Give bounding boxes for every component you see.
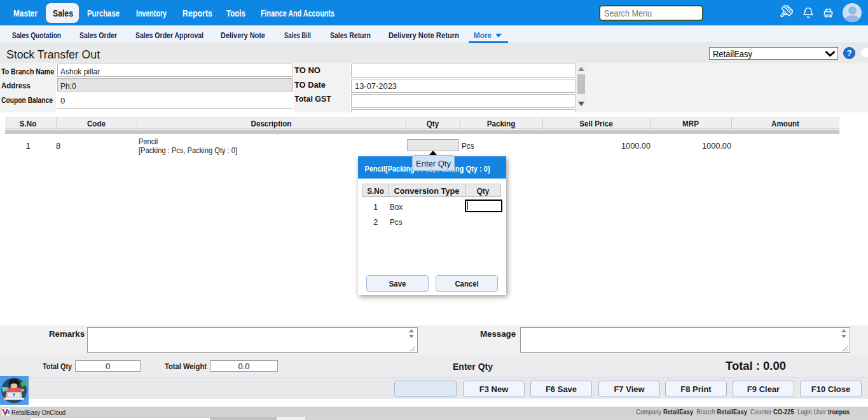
svg-text:RE: RE (6, 409, 10, 415)
